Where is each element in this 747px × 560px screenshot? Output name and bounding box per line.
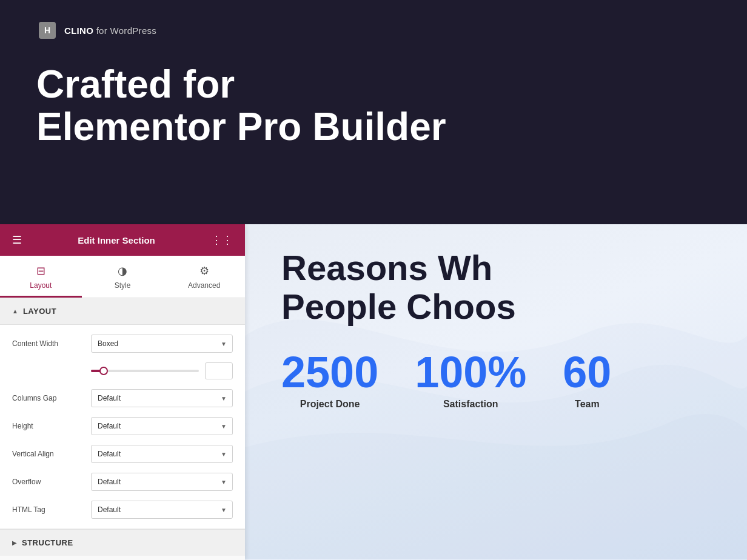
html-tag-label: HTML Tag	[12, 505, 91, 514]
height-control: Default Fit To Screen Min Height ▼	[91, 417, 233, 435]
height-label: Height	[12, 422, 91, 430]
layout-section-header[interactable]: ▲ Layout	[0, 298, 245, 325]
style-tab-label: Style	[115, 281, 131, 290]
slider-row	[12, 362, 233, 379]
stat-item-1: 100% Satisfaction	[415, 350, 526, 410]
vertical-align-label: Vertical Align	[12, 450, 91, 458]
content-width-control: Boxed Full Width ▼	[91, 335, 233, 353]
overflow-select[interactable]: Default Hidden	[91, 473, 233, 491]
slider-with-input	[91, 362, 233, 379]
columns-gap-label: Columns Gap	[12, 394, 91, 402]
advanced-tab-icon: ⚙	[199, 264, 209, 278]
stat-label-0: Project Done	[300, 399, 360, 410]
overflow-row: Overflow Default Hidden ▼	[12, 473, 233, 491]
right-content: Reasons Wh People Choos 2500 Project Don…	[281, 248, 711, 410]
style-tab-icon: ◑	[118, 264, 127, 278]
clino-logo-icon: H	[36, 19, 58, 41]
slider-input[interactable]	[205, 362, 233, 379]
panel-header: ☰ Edit Inner Section ⋮⋮	[0, 224, 245, 256]
panel-content: ▲ Layout Content Width Boxed Full Width …	[0, 298, 245, 560]
svg-text:H: H	[44, 25, 50, 35]
html-tag-control: Default div article aside footer header …	[91, 501, 233, 519]
right-panel: Reasons Wh People Choos 2500 Project Don…	[245, 224, 747, 560]
tab-advanced[interactable]: ⚙ Advanced	[163, 256, 245, 298]
hero-section: H CLINO for WordPress Crafted for Elemen…	[0, 0, 747, 224]
overflow-control: Default Hidden ▼	[91, 473, 233, 491]
stat-number-2: 60	[563, 350, 611, 394]
vertical-align-control: Default Top Middle Bottom ▼	[91, 445, 233, 463]
columns-gap-select[interactable]: Default No Gap Narrow Extended Wide Wide…	[91, 389, 233, 407]
logo-text: CLINO for WordPress	[64, 25, 156, 36]
layout-tab-icon: ⊟	[36, 264, 45, 278]
tab-style[interactable]: ◑ Style	[82, 256, 164, 298]
panel-tabs: ⊟ Layout ◑ Style ⚙ Advanced	[0, 256, 245, 298]
slider-thumb[interactable]	[99, 367, 108, 375]
height-row: Height Default Fit To Screen Min Height …	[12, 417, 233, 435]
height-select[interactable]: Default Fit To Screen Min Height	[91, 417, 233, 435]
tab-layout[interactable]: ⊟ Layout	[0, 256, 82, 298]
layout-tab-label: Layout	[30, 281, 52, 290]
layout-section-label: Layout	[23, 307, 56, 316]
stat-number-0: 2500	[281, 350, 378, 394]
columns-gap-row: Columns Gap Default No Gap Narrow Extend…	[12, 389, 233, 407]
stat-item-2: 60 Team	[563, 350, 611, 410]
layout-chevron-icon: ▲	[12, 308, 18, 315]
vertical-align-select[interactable]: Default Top Middle Bottom	[91, 445, 233, 463]
stats-row: 2500 Project Done 100% Satisfaction 60 T…	[281, 350, 711, 410]
stat-label-1: Satisfaction	[443, 399, 498, 410]
structure-section-label: Structure	[22, 538, 73, 547]
content-width-label: Content Width	[12, 339, 91, 348]
panel-menu-icon[interactable]: ☰	[12, 233, 22, 247]
vertical-align-row: Vertical Align Default Top Middle Bottom…	[12, 445, 233, 463]
slider-track[interactable]	[91, 370, 199, 372]
content-width-row: Content Width Boxed Full Width ▼	[12, 335, 233, 353]
hero-title: Crafted for Elementor Pro Builder	[36, 63, 711, 148]
advanced-tab-label: Advanced	[188, 281, 220, 290]
stat-label-2: Team	[575, 399, 600, 410]
stat-number-1: 100%	[415, 350, 526, 394]
structure-chevron-icon: ▶	[12, 539, 17, 546]
html-tag-select[interactable]: Default div article aside footer header …	[91, 501, 233, 519]
content-width-select[interactable]: Boxed Full Width	[91, 335, 233, 353]
reasons-title: Reasons Wh People Choos	[281, 248, 711, 326]
stat-item-0: 2500 Project Done	[281, 350, 378, 410]
structure-section-header[interactable]: ▶ Structure	[0, 529, 245, 556]
logo-area: H CLINO for WordPress	[36, 19, 711, 41]
panel-title: Edit Inner Section	[78, 235, 155, 245]
panel-fields: Content Width Boxed Full Width ▼	[0, 325, 245, 529]
bottom-area: ☰ Edit Inner Section ⋮⋮ ⊟ Layout ◑ Style…	[0, 224, 747, 560]
columns-gap-control: Default No Gap Narrow Extended Wide Wide…	[91, 389, 233, 407]
overflow-label: Overflow	[12, 478, 91, 486]
html-tag-row: HTML Tag Default div article aside foote…	[12, 501, 233, 519]
elementor-panel: ☰ Edit Inner Section ⋮⋮ ⊟ Layout ◑ Style…	[0, 224, 245, 560]
panel-grid-icon[interactable]: ⋮⋮	[211, 233, 233, 247]
